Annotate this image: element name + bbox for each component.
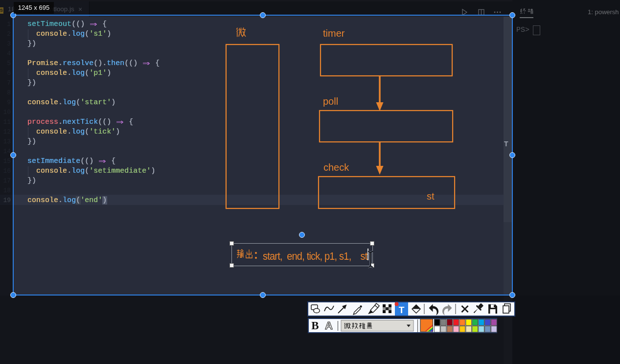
svg-text:B: B [311, 319, 319, 332]
svg-text:T: T [399, 305, 405, 315]
svg-text:A: A [325, 319, 333, 332]
